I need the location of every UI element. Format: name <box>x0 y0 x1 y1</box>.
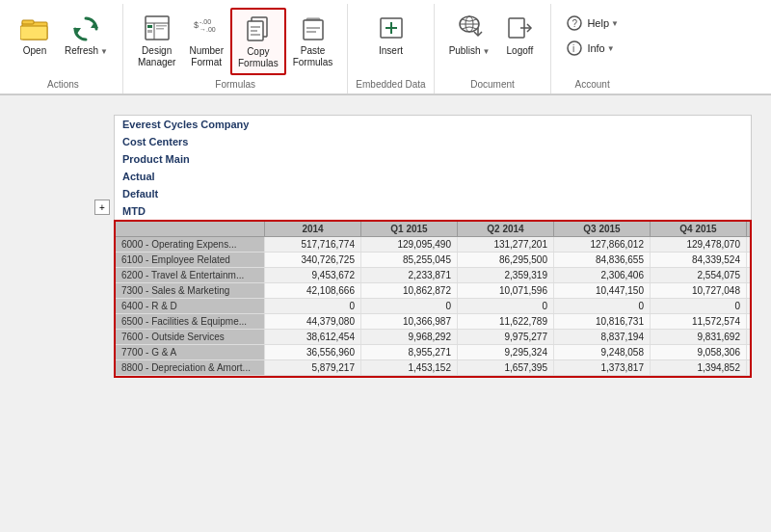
refresh-icon <box>70 13 101 43</box>
table-row: 6100 - Employee Related 340,726,725 85,2… <box>116 253 750 268</box>
folder-open-icon <box>19 13 50 43</box>
cell-col3: 11,622,789 <box>458 314 554 329</box>
open-button[interactable]: Open <box>12 8 58 62</box>
cell-col1: 517,716,774 <box>265 237 361 252</box>
cell-col4: 1,373,817 <box>554 360 651 375</box>
embedded-buttons: Insert <box>368 4 414 75</box>
table-rows: 6000 - Operating Expens... 517,716,774 1… <box>116 237 750 376</box>
open-label: Open <box>23 45 46 57</box>
product-row: Product Main <box>114 150 752 168</box>
account-group-label: Account <box>575 75 610 93</box>
table-row: 6500 - Facilities & Equipme... 44,379,08… <box>116 314 750 330</box>
ribbon-group-account: ? Help ▼ i Inf <box>551 4 633 93</box>
cell-col5: 9,058,306 <box>651 345 747 359</box>
number-format-label: NumberFormat <box>189 45 224 68</box>
cell-col2: 10,366,987 <box>361 314 458 329</box>
cell-col5: 1,394,852 <box>651 360 747 375</box>
info-button[interactable]: i Info ▼ <box>559 37 625 60</box>
publish-button[interactable]: Publish ▼ <box>442 8 497 62</box>
publish-label: Publish <box>449 45 481 57</box>
insert-button[interactable]: Insert <box>368 8 414 62</box>
embedded-group-label: Embedded Data <box>356 75 425 93</box>
help-icon: ? <box>566 14 583 32</box>
copy-formula-icon <box>243 13 274 44</box>
data-table: 2014 Q1 2015 Q2 2014 Q3 2015 Q4 2015 600… <box>114 220 752 378</box>
svg-text:i: i <box>572 43 574 54</box>
ribbon-group-formulas: DesignManager $ -.00 →.00 NumberFormat <box>123 4 348 93</box>
expand-button[interactable]: + <box>94 200 110 215</box>
insert-icon <box>376 13 407 43</box>
cell-col2: 1,453,152 <box>361 360 458 375</box>
spreadsheet-container: Everest Cycles Company Cost Centers Prod… <box>114 115 752 378</box>
insert-label: Insert <box>379 45 403 57</box>
copy-formulas-label: CopyFormulas <box>238 46 279 69</box>
svg-rect-11 <box>147 30 152 33</box>
scenario-label: Actual <box>122 171 155 182</box>
cell-col4: 84,836,655 <box>554 253 651 267</box>
cell-col1: 36,556,960 <box>265 345 361 359</box>
cell-col2: 129,095,490 <box>361 237 458 252</box>
header-col1: 2014 <box>265 222 361 236</box>
copy-formulas-button[interactable]: CopyFormulas <box>230 8 286 75</box>
cell-col4: 8,837,194 <box>554 330 651 344</box>
table-row: 8800 - Depreciation & Amort... 5,879,217… <box>116 360 750 376</box>
cell-account: 8800 - Depreciation & Amort... <box>116 360 265 375</box>
cell-col4: 10,816,731 <box>554 314 651 329</box>
cell-account: 6100 - Employee Related <box>116 253 265 267</box>
design-manager-button[interactable]: DesignManager <box>131 8 182 73</box>
publish-dropdown-arrow: ▼ <box>482 47 490 56</box>
svg-text:$: $ <box>194 20 199 30</box>
cell-col4: 9,248,058 <box>554 345 651 359</box>
cost-centers-row: Cost Centers <box>114 133 752 150</box>
cell-col2: 2,233,871 <box>361 268 458 282</box>
header-col3: Q2 2014 <box>458 222 554 236</box>
number-format-button[interactable]: $ -.00 →.00 NumberFormat <box>182 8 230 73</box>
cell-col2: 9,968,292 <box>361 330 458 344</box>
header-account <box>116 222 265 236</box>
svg-rect-2 <box>20 26 47 40</box>
svg-text:→.00: →.00 <box>199 26 216 33</box>
cell-col1: 9,453,672 <box>265 268 361 282</box>
account-buttons: ? Help ▼ i Inf <box>559 4 625 75</box>
cell-col2: 0 <box>361 299 458 313</box>
cell-col5: 9,831,692 <box>651 330 747 344</box>
cell-col3: 9,295,324 <box>458 345 554 359</box>
table-row: 7600 - Outside Services 38,612,454 9,968… <box>116 330 750 345</box>
company-name: Everest Cycles Company <box>122 119 249 130</box>
header-col5: Q4 2015 <box>651 222 747 236</box>
svg-text:-.00: -.00 <box>199 18 211 25</box>
svg-rect-8 <box>147 25 152 28</box>
svg-text:?: ? <box>572 18 578 29</box>
header-col4: Q3 2015 <box>554 222 651 236</box>
company-row: Everest Cycles Company <box>114 115 752 133</box>
logoff-button[interactable]: Logoff <box>496 8 543 62</box>
cell-col1: 5,879,217 <box>265 360 361 375</box>
logoff-label: Logoff <box>507 45 534 57</box>
document-buttons: Publish ▼ Logoff <box>442 4 544 75</box>
table-row: 7300 - Sales & Marketing 42,108,666 10,8… <box>116 283 750 299</box>
cell-col1: 42,108,666 <box>265 283 361 298</box>
help-button[interactable]: ? Help ▼ <box>559 12 625 35</box>
cell-col1: 340,726,725 <box>265 253 361 267</box>
table-row: 6400 - R & D 0 0 0 0 0 <box>116 299 750 314</box>
cell-col5: 10,727,048 <box>651 283 747 298</box>
actions-buttons: Open Refresh ▼ <box>12 4 115 75</box>
number-format-icon: $ -.00 →.00 <box>191 13 222 43</box>
cell-col3: 10,071,596 <box>458 283 554 298</box>
cell-col2: 8,955,271 <box>361 345 458 359</box>
paste-formulas-button[interactable]: PasteFormulas <box>286 8 340 73</box>
version-row: Default <box>114 185 752 202</box>
cell-col4: 2,306,406 <box>554 268 651 282</box>
info-icon: i <box>566 40 583 57</box>
svg-rect-10 <box>156 28 164 30</box>
cell-col4: 127,866,012 <box>554 237 651 252</box>
cell-account: 7300 - Sales & Marketing <box>116 283 265 298</box>
refresh-button[interactable]: Refresh ▼ <box>58 8 115 62</box>
formulas-buttons: DesignManager $ -.00 →.00 NumberFormat <box>131 4 339 75</box>
cell-col4: 0 <box>554 299 651 313</box>
formulas-group-label: Formulas <box>215 75 255 93</box>
version-label: Default <box>122 188 158 200</box>
paste-formula-icon <box>298 13 329 43</box>
info-label: Info <box>587 42 604 54</box>
publish-icon <box>454 13 485 43</box>
